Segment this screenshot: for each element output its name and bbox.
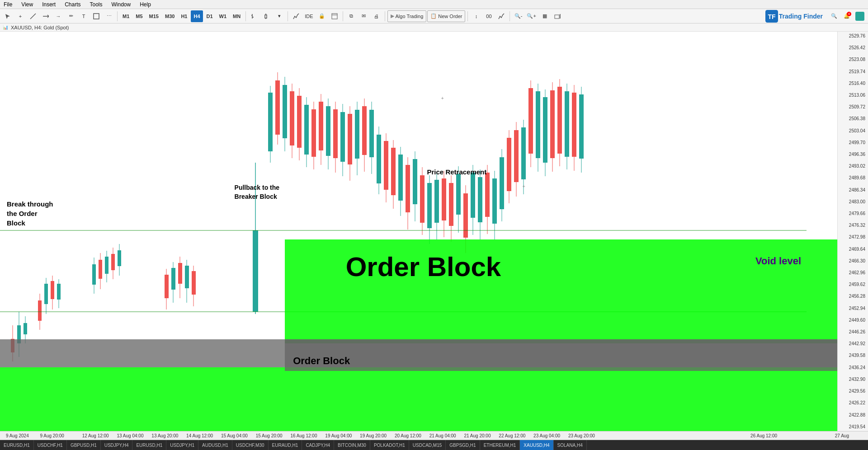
svg-rect-139	[572, 93, 576, 157]
zoom-out-btn[interactable]: 🔍-	[512, 10, 524, 22]
sep5	[385, 11, 385, 21]
timeframe-h4[interactable]: H4	[191, 10, 203, 22]
svg-rect-13	[555, 15, 559, 19]
menu-window[interactable]: Window	[110, 1, 133, 8]
line-tool[interactable]	[27, 10, 39, 22]
more-tools[interactable]: ⋯	[103, 10, 115, 22]
tab-bitcoin-m30[interactable]: BITCOIN,M30	[334, 440, 370, 450]
svg-rect-57	[275, 80, 280, 135]
price-2439: 2439.58	[839, 353, 867, 358]
search-btn[interactable]: 🔍	[828, 10, 840, 22]
time-aug26-12: 26 Aug 12:00	[750, 433, 777, 438]
tab-cadjpy-h4[interactable]: CADJPY,H4	[302, 440, 334, 450]
price-2432: 2432.90	[839, 377, 867, 382]
crosshair-marker-2: +	[523, 183, 525, 189]
chart-candles[interactable]	[261, 10, 273, 22]
tab-eurusd-h1[interactable]: EURUSD,H1	[0, 440, 34, 450]
history-btn[interactable]: ↕	[470, 10, 482, 22]
tab-usdcad-m15[interactable]: USDCAD,M15	[409, 440, 446, 450]
toolbar: + → ✏ T ⋯ M1 M5 M15 M30 H1 H4 D1 W1 MN ▾…	[0, 9, 868, 23]
copy-btn[interactable]: ⧉	[345, 10, 357, 22]
price-2523: 2523.08	[839, 57, 867, 62]
print-btn[interactable]: 🖨	[371, 10, 382, 22]
price-2509: 2509.72	[839, 104, 867, 109]
mail-btn[interactable]: ✉	[358, 10, 370, 22]
tab-eurusd-h1-2[interactable]: EURUSD,H1	[132, 440, 166, 450]
svg-rect-53	[253, 230, 258, 312]
time-aug9-2024: 9 Aug 2024	[6, 433, 29, 438]
tab-gbpsgd-h1[interactable]: GBPSGD,H1	[446, 440, 480, 450]
price-2529: 2529.76	[839, 33, 867, 38]
order-block-bottom-annotation: Order Block	[293, 355, 350, 367]
sep4	[343, 11, 343, 21]
time-aug16-12: 16 Aug 12:00	[291, 433, 317, 438]
svg-rect-115	[485, 173, 490, 217]
price-2442: 2442.92	[839, 341, 867, 346]
price-2429: 2429.56	[839, 389, 867, 394]
indicators-btn[interactable]	[290, 10, 302, 22]
timeframe-d1[interactable]: D1	[204, 10, 216, 22]
tab-usdjpy-h1[interactable]: USDJPY,H1	[166, 440, 198, 450]
lock-btn[interactable]: 🔒	[316, 10, 328, 22]
svg-rect-41	[118, 250, 121, 266]
new-order-btn[interactable]: 📋 New Order	[427, 10, 465, 22]
timeframe-mn[interactable]: MN	[230, 10, 243, 22]
chart-type-btn[interactable]	[495, 10, 507, 22]
tab-audusd-h1[interactable]: AUDUSD,H1	[198, 440, 232, 450]
cursor-tool[interactable]	[2, 10, 14, 22]
timeframe-h1[interactable]: H1	[178, 10, 190, 22]
quotes-btn[interactable]: 00	[483, 10, 495, 22]
svg-rect-121	[507, 138, 511, 191]
chart-bars[interactable]	[248, 10, 260, 22]
sep1	[117, 11, 118, 21]
svg-rect-11	[332, 14, 337, 19]
time-aug15-20: 15 Aug 20:00	[256, 433, 283, 438]
menu-help[interactable]: Help	[138, 1, 153, 8]
tab-ethereum-h1[interactable]: ETHEREUM,H1	[480, 440, 520, 450]
arrow-tool[interactable]: →	[52, 10, 64, 22]
shift-btn[interactable]	[552, 10, 563, 22]
tab-usdchf-h1[interactable]: USDCHF,H1	[34, 440, 67, 450]
svg-rect-77	[348, 114, 352, 164]
price-2422: 2422.88	[839, 412, 867, 417]
menu-file[interactable]: File	[2, 1, 14, 8]
chart-dropdown[interactable]: ▾	[274, 10, 285, 22]
timeframe-w1[interactable]: W1	[217, 10, 230, 22]
tab-usdjpy-h4[interactable]: USDJPY,H4	[101, 440, 133, 450]
svg-rect-17	[855, 12, 864, 21]
account-btn[interactable]	[854, 10, 866, 22]
horizontal-tool[interactable]	[40, 10, 52, 22]
tab-xauusd-h4[interactable]: XAUUSD,H4	[520, 440, 553, 450]
timeframe-m30[interactable]: M30	[162, 10, 177, 22]
tab-usdchf-m30[interactable]: USDCHF,M30	[232, 440, 269, 450]
templates-btn[interactable]	[329, 10, 340, 22]
menu-view[interactable]: View	[19, 1, 35, 8]
shapes-tool[interactable]	[90, 10, 102, 22]
menu-tools[interactable]: Tools	[88, 1, 104, 8]
menu-insert[interactable]: Insert	[40, 1, 57, 8]
timeframe-m15[interactable]: M15	[146, 10, 161, 22]
menu-charts[interactable]: Charts	[63, 1, 82, 8]
text-tool[interactable]: T	[78, 10, 90, 22]
tab-polkadot-h1[interactable]: POLKADOT,H1	[370, 440, 409, 450]
tab-solana-h4[interactable]: SOLANA,H4	[554, 440, 587, 450]
svg-rect-135	[557, 87, 562, 154]
svg-rect-55	[268, 93, 273, 151]
grid-btn[interactable]: ▦	[539, 10, 551, 22]
tab-gbpusd-h1[interactable]: GBPUSD,H1	[67, 440, 101, 450]
chart-area[interactable]: Break through the Order Block Pullback t…	[0, 32, 868, 431]
chart-canvas[interactable]: Break through the Order Block Pullback t…	[0, 32, 837, 431]
pencil-tool[interactable]: ✏	[65, 10, 77, 22]
svg-rect-141	[579, 94, 584, 159]
add-tool[interactable]: +	[14, 10, 26, 22]
timeframe-m1[interactable]: M1	[120, 10, 132, 22]
tab-euraud-h1[interactable]: EURAUD,H1	[269, 440, 302, 450]
time-aug21-20: 21 Aug 20:00	[464, 433, 491, 438]
algo-trading-btn[interactable]: ▶ Algo Trading	[387, 10, 427, 22]
timeframe-m5[interactable]: M5	[133, 10, 145, 22]
strategy-btn[interactable]: IDE	[303, 10, 315, 22]
notification-btn[interactable]: 🔔 4	[841, 10, 853, 22]
zoom-in-btn[interactable]: 🔍+	[525, 10, 538, 22]
svg-rect-137	[565, 91, 569, 157]
time-aug27: 27 Aug	[835, 433, 849, 438]
